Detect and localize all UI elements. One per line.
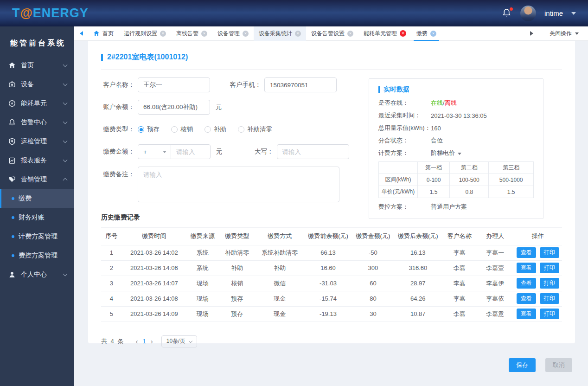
tags-icon xyxy=(8,176,16,183)
sidebar-subitem-payment[interactable]: 缴费 xyxy=(0,189,74,208)
page-title-row: 2#2201室电表(1001012) xyxy=(101,41,562,62)
view-button[interactable]: 查看 xyxy=(517,309,536,319)
sidebar-item-inspection[interactable]: 运检管理 xyxy=(0,132,74,151)
table-row: 1 2021-03-26 14:02 系统 补助清零 系统补助清零 66.13 … xyxy=(101,245,562,260)
table-row: 4 2021-03-26 14:08 现场 预存 现金 -15.74 80 64… xyxy=(101,291,562,306)
radio-circle-icon xyxy=(171,126,178,133)
col-index: 序号 xyxy=(101,228,122,245)
sidebar-subitem-fee-control-plan[interactable]: 费控方案管理 xyxy=(0,246,74,265)
customer-phone-field[interactable] xyxy=(264,77,337,92)
customer-name-label: 客户名称： xyxy=(101,81,134,89)
close-operation-dropdown[interactable]: 关闭操作 xyxy=(540,26,588,40)
col-amount: 缴费金额(元) xyxy=(352,228,394,245)
tab-home[interactable]: 首页 xyxy=(88,26,119,41)
col-time: 缴费时间 xyxy=(122,228,186,245)
caps-amount-field[interactable] xyxy=(277,144,349,159)
amount-field[interactable] xyxy=(171,144,211,159)
tab-device-alarm-settings[interactable]: 设备告警设置 × xyxy=(306,26,358,41)
radio-prepay[interactable]: 预存 xyxy=(138,125,160,134)
notification-bell-icon[interactable] xyxy=(502,8,512,19)
print-button[interactable]: 打印 xyxy=(540,263,559,273)
tier-header-2: 第二档 xyxy=(450,162,489,174)
home-icon xyxy=(93,30,100,37)
tier-header-3: 第三档 xyxy=(489,162,534,174)
sidebar-item-device[interactable]: 设备 xyxy=(0,75,74,94)
sidebar-subitem-billing-plan[interactable]: 计费方案管理 xyxy=(0,227,74,246)
sidebar-item-label: 能耗单元 xyxy=(21,99,64,108)
close-icon[interactable]: × xyxy=(430,31,436,37)
table-row: 2 2021-03-26 14:06 系统 补助 补助 16.60 300 31… xyxy=(101,260,562,276)
user-menu-caret-icon[interactable] xyxy=(571,12,576,15)
tab-device-collect-stats[interactable]: 设备采集统计 × xyxy=(254,26,306,41)
billing-plan-select[interactable]: 阶梯电价 xyxy=(431,149,461,157)
next-page-button[interactable]: › xyxy=(148,337,156,345)
view-button[interactable]: 查看 xyxy=(517,293,536,304)
save-button[interactable]: 保存 xyxy=(509,358,536,372)
sidebar-item-personal-center[interactable]: 个人中心 xyxy=(0,265,74,284)
col-source: 缴费来源 xyxy=(186,228,219,245)
chevron-down-icon xyxy=(63,138,68,143)
tab-offline-alarm[interactable]: 离线告警 × xyxy=(171,26,212,41)
close-icon[interactable]: × xyxy=(347,31,353,37)
amount-sign-select[interactable]: + xyxy=(138,144,171,159)
cancel-button[interactable]: 取消 xyxy=(545,358,572,372)
sidebar-item-marketing[interactable]: 营销管理 xyxy=(0,170,74,189)
remark-textarea[interactable] xyxy=(138,167,339,202)
bullet-dot-icon xyxy=(12,197,14,200)
prev-page-button[interactable]: ‹ xyxy=(133,337,141,345)
print-button[interactable]: 打印 xyxy=(540,293,559,304)
tab-label: 运行规则设置 xyxy=(124,30,157,38)
title-accent-bar xyxy=(101,54,103,61)
sidebar-subitem-label: 财务对账 xyxy=(19,213,45,222)
radio-subsidy[interactable]: 补助 xyxy=(205,125,226,134)
balance-label: 账户余额： xyxy=(101,103,134,111)
view-button[interactable]: 查看 xyxy=(517,263,536,273)
print-button[interactable]: 打印 xyxy=(540,278,559,289)
close-icon[interactable]: × xyxy=(295,31,301,37)
close-icon-red[interactable]: × xyxy=(400,30,406,37)
print-button[interactable]: 打印 xyxy=(540,309,559,319)
sidebar-item-home[interactable]: 首页 xyxy=(0,56,74,75)
alarm-bell-icon xyxy=(8,119,16,126)
tab-run-rules[interactable]: 运行规则设置 × xyxy=(119,26,171,41)
sidebar-item-energy-unit[interactable]: 能耗单元 xyxy=(0,94,74,113)
radio-circle-icon xyxy=(205,126,211,133)
realtime-row-switch-state: 分合状态： 合位 xyxy=(378,136,534,145)
radio-label: 预存 xyxy=(147,125,160,134)
tier-header-row: 第一档 第二档 第三档 xyxy=(379,162,534,174)
caps-label: 大写： xyxy=(241,148,274,156)
close-icon[interactable]: × xyxy=(201,31,207,37)
scroll-tabs-right-icon[interactable] xyxy=(530,31,533,36)
close-icon[interactable]: × xyxy=(160,31,166,37)
page-size-select[interactable]: 10条/页 xyxy=(161,335,198,347)
view-button[interactable]: 查看 xyxy=(517,278,536,289)
print-button[interactable]: 打印 xyxy=(540,247,559,258)
customer-phone-label: 客户手机： xyxy=(229,81,261,89)
tab-payment[interactable]: 缴费 × xyxy=(411,26,441,41)
page-number[interactable]: 1 xyxy=(141,338,147,345)
col-balance-before: 缴费前余额(元) xyxy=(304,228,352,245)
radio-writeoff[interactable]: 核销 xyxy=(171,125,193,134)
last-collect-label: 最近采集时间： xyxy=(378,111,431,120)
tab-energy-unit-mgmt[interactable]: 能耗单元管理 × xyxy=(358,26,411,41)
close-icon[interactable]: × xyxy=(243,31,249,37)
tier-header-empty xyxy=(379,162,418,174)
tab-device-mgmt[interactable]: 设备管理 × xyxy=(212,26,254,41)
user-avatar[interactable] xyxy=(520,6,536,21)
total-usage-value: 160 xyxy=(431,125,441,132)
close-operation-label: 关闭操作 xyxy=(550,30,572,38)
history-table: 序号 缴费时间 缴费来源 缴费类型 缴费方式 缴费前余额(元) 缴费金额(元) … xyxy=(101,228,562,322)
caret-down-icon xyxy=(163,151,166,153)
pay-type-label: 缴费类型： xyxy=(101,125,134,134)
top-bar: T@ENERGY intime xyxy=(0,0,588,26)
sidebar-item-reports[interactable]: 报表服务 xyxy=(0,151,74,170)
scroll-tabs-left-icon[interactable] xyxy=(80,31,83,36)
sidebar-item-label: 运检管理 xyxy=(21,137,64,146)
balance-field[interactable] xyxy=(138,100,210,115)
sidebar-subitem-finance-reconciliation[interactable]: 财务对账 xyxy=(0,208,74,227)
view-button[interactable]: 查看 xyxy=(517,247,536,258)
realtime-title: 实时数据 xyxy=(383,85,409,94)
customer-name-field[interactable] xyxy=(138,77,210,92)
sidebar-item-alarm-center[interactable]: 告警中心 xyxy=(0,113,74,132)
radio-subsidy-clear[interactable]: 补助清零 xyxy=(238,125,272,134)
